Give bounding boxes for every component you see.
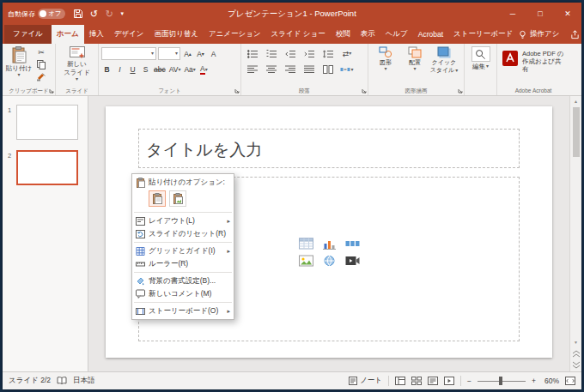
insert-chart-icon[interactable] bbox=[321, 238, 337, 250]
paste-use-theme-button[interactable] bbox=[149, 190, 166, 207]
align-center-button[interactable] bbox=[263, 63, 280, 75]
zoom-out-button[interactable]: − bbox=[467, 377, 471, 385]
tab-acrobat[interactable]: Acrobat bbox=[413, 25, 448, 44]
strikethrough-button[interactable]: abc bbox=[153, 63, 167, 75]
shrink-font-button[interactable]: A▾ bbox=[195, 48, 206, 60]
view-reading-button[interactable] bbox=[428, 377, 438, 385]
tab-help[interactable]: ヘルプ bbox=[380, 25, 413, 44]
tab-home[interactable]: ホーム bbox=[52, 25, 84, 44]
tab-storyboard[interactable]: ストーリーボード bbox=[448, 25, 518, 44]
notes-button[interactable]: ノート bbox=[349, 376, 382, 386]
tab-design[interactable]: デザイン bbox=[109, 25, 149, 44]
slide-thumbnail-1[interactable]: 1 bbox=[3, 105, 88, 140]
fit-slide-to-window-button[interactable] bbox=[565, 377, 575, 385]
qat-customize-button[interactable]: ▾ bbox=[117, 6, 127, 21]
maximize-button[interactable]: □ bbox=[526, 3, 554, 25]
copy-button[interactable] bbox=[33, 58, 50, 70]
menu-item-ruler[interactable]: ルーラー(R) bbox=[132, 257, 234, 270]
create-pdf-button[interactable]: Adobe PDF の作成および共有 bbox=[500, 46, 567, 76]
text-direction-button[interactable]: ⇄▾ bbox=[338, 48, 356, 60]
paragraph-dialog-launcher[interactable] bbox=[362, 88, 367, 93]
editing-button[interactable]: 編集▾ bbox=[467, 46, 494, 84]
arrange-button[interactable]: 配置 ▾ bbox=[400, 46, 429, 74]
slide-2-thumbnail[interactable] bbox=[16, 150, 78, 185]
zoom-slider-thumb[interactable] bbox=[499, 377, 502, 385]
tab-file[interactable]: ファイル bbox=[4, 25, 52, 44]
title-placeholder[interactable]: タイトルを入力 bbox=[138, 129, 520, 168]
decrease-indent-button[interactable] bbox=[282, 48, 299, 60]
zoom-in-button[interactable]: + bbox=[532, 377, 536, 385]
convert-to-smartart-button[interactable]: ▾ bbox=[338, 63, 356, 75]
bold-button[interactable]: B bbox=[101, 63, 113, 75]
scrollbar-thumb[interactable] bbox=[573, 107, 580, 157]
align-left-button[interactable] bbox=[244, 63, 261, 75]
share-button[interactable] bbox=[567, 27, 582, 42]
undo-button[interactable]: ↺ bbox=[86, 6, 101, 21]
menu-item-storyboard[interactable]: ストーリーボード(O) ▸ bbox=[132, 305, 234, 317]
new-slide-button[interactable]: 新しい スライド ▾ bbox=[58, 46, 95, 84]
insert-table-icon[interactable] bbox=[298, 238, 313, 250]
tab-view[interactable]: 表示 bbox=[356, 25, 380, 44]
slide-indicator[interactable]: スライド 2/2 bbox=[9, 376, 51, 386]
tab-insert[interactable]: 挿入 bbox=[84, 25, 109, 44]
paste-button[interactable]: 貼り付け ▾ bbox=[5, 46, 33, 84]
numbering-button[interactable] bbox=[263, 48, 280, 60]
menu-item-grid-and-guides[interactable]: グリッドとガイド(I) ▸ bbox=[132, 244, 234, 257]
slide-canvas[interactable]: タイトルを入力 • テキストを入力 bbox=[88, 96, 569, 371]
clipboard-dialog-launcher[interactable] bbox=[49, 88, 54, 93]
menu-item-format-background[interactable]: 背景の書式設定(B)... bbox=[132, 274, 234, 287]
spell-check-icon[interactable] bbox=[57, 377, 67, 385]
next-slide-button[interactable] bbox=[572, 361, 581, 369]
scroll-down-button[interactable]: ▼ bbox=[570, 337, 581, 347]
minimize-button[interactable]: ─ bbox=[499, 3, 526, 25]
font-dialog-launcher[interactable] bbox=[234, 88, 240, 93]
align-right-button[interactable] bbox=[282, 63, 299, 75]
drawing-dialog-launcher[interactable] bbox=[458, 88, 463, 93]
clear-formatting-button[interactable]: A bbox=[208, 48, 219, 60]
underline-button[interactable]: U bbox=[127, 63, 138, 75]
tab-transitions[interactable]: 画面切り替え bbox=[149, 25, 204, 44]
menu-item-new-comment[interactable]: 新しいコメント(M) bbox=[132, 287, 234, 300]
format-painter-button[interactable] bbox=[33, 70, 50, 82]
insert-video-icon[interactable] bbox=[344, 255, 360, 267]
line-spacing-button[interactable] bbox=[319, 48, 337, 60]
language-indicator[interactable]: 日本語 bbox=[73, 376, 95, 386]
character-spacing-button[interactable]: AV▾ bbox=[168, 63, 182, 75]
increase-indent-button[interactable] bbox=[301, 48, 318, 60]
slide-thumbnail-2[interactable]: 2 bbox=[3, 150, 88, 185]
cut-button[interactable]: ✂ bbox=[33, 46, 50, 58]
font-name-combo[interactable]: ▾ bbox=[101, 47, 156, 60]
zoom-slider[interactable] bbox=[478, 377, 526, 385]
redo-button[interactable]: ↻ bbox=[101, 6, 117, 21]
insert-online-picture-icon[interactable] bbox=[321, 255, 337, 267]
zoom-level[interactable]: 60% bbox=[542, 377, 559, 385]
vertical-scrollbar[interactable]: ▲ ▼ bbox=[569, 96, 581, 371]
tab-animations[interactable]: アニメーション bbox=[204, 25, 266, 44]
justify-button[interactable] bbox=[301, 63, 318, 75]
view-slide-sorter-button[interactable] bbox=[411, 377, 422, 385]
italic-button[interactable]: I bbox=[114, 63, 125, 75]
scroll-up-button[interactable]: ▲ bbox=[570, 96, 581, 106]
save-button[interactable] bbox=[70, 6, 86, 21]
view-normal-button[interactable] bbox=[395, 377, 405, 385]
font-color-button[interactable]: A▾ bbox=[198, 63, 210, 75]
menu-item-layout[interactable]: レイアウト(L) ▸ bbox=[132, 214, 234, 227]
bullets-button[interactable] bbox=[244, 48, 261, 60]
text-shadow-button[interactable]: S bbox=[140, 63, 151, 75]
autosave-toggle[interactable]: 自動保存 オフ bbox=[8, 9, 65, 19]
change-case-button[interactable]: Aa▾ bbox=[183, 63, 196, 75]
shapes-button[interactable]: 図形 ▾ bbox=[371, 46, 400, 74]
slide-1-thumbnail[interactable] bbox=[16, 105, 78, 140]
font-size-combo[interactable]: ▾ bbox=[158, 47, 180, 60]
tell-me-button[interactable]: 操作アシ bbox=[518, 29, 559, 39]
quick-styles-button[interactable]: クイック スタイル▾ bbox=[429, 46, 459, 74]
grow-font-button[interactable]: A▴ bbox=[182, 48, 193, 60]
insert-smartart-icon[interactable] bbox=[344, 238, 360, 250]
close-button[interactable]: ✕ bbox=[554, 3, 581, 25]
menu-item-reset-slide[interactable]: スライドのリセット(R) bbox=[132, 227, 234, 240]
columns-button[interactable] bbox=[319, 63, 337, 75]
tab-review[interactable]: 校閲 bbox=[331, 25, 356, 44]
tab-slideshow[interactable]: スライド ショー bbox=[266, 25, 331, 44]
insert-picture-icon[interactable] bbox=[298, 255, 313, 267]
paste-as-picture-button[interactable] bbox=[169, 190, 186, 207]
